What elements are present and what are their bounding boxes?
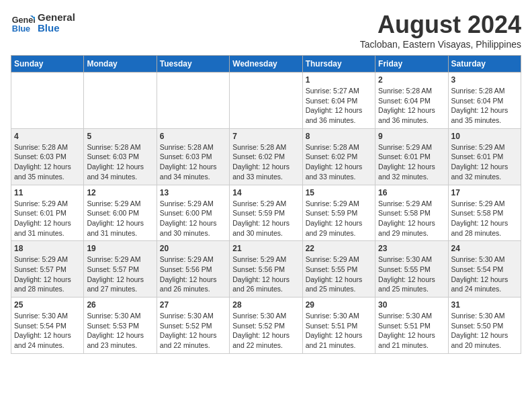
weekday-saturday: Saturday — [448, 56, 521, 73]
day-cell: 26Sunrise: 5:30 AMSunset: 5:53 PMDayligh… — [84, 298, 157, 354]
day-cell: 19Sunrise: 5:29 AMSunset: 5:57 PMDayligh… — [84, 241, 157, 298]
week-row-5: 25Sunrise: 5:30 AMSunset: 5:54 PMDayligh… — [11, 298, 521, 354]
day-info: Sunrise: 5:30 AMSunset: 5:50 PMDaylight:… — [451, 311, 518, 351]
logo-line2: Blue — [38, 23, 75, 34]
week-row-3: 11Sunrise: 5:29 AMSunset: 6:01 PMDayligh… — [11, 185, 521, 241]
day-number: 13 — [160, 188, 226, 197]
weekday-friday: Friday — [375, 56, 448, 73]
day-number: 10 — [451, 132, 518, 141]
day-info: Sunrise: 5:30 AMSunset: 5:54 PMDaylight:… — [451, 255, 518, 294]
day-info: Sunrise: 5:29 AMSunset: 5:57 PMDaylight:… — [87, 255, 153, 294]
day-cell: 29Sunrise: 5:30 AMSunset: 5:51 PMDayligh… — [302, 298, 375, 354]
day-cell: 1Sunrise: 5:27 AMSunset: 6:04 PMDaylight… — [302, 73, 375, 129]
day-cell: 4Sunrise: 5:28 AMSunset: 6:03 PMDaylight… — [11, 128, 84, 185]
day-cell: 12Sunrise: 5:29 AMSunset: 6:00 PMDayligh… — [84, 185, 157, 241]
day-cell: 9Sunrise: 5:29 AMSunset: 6:01 PMDaylight… — [375, 128, 448, 185]
day-number: 14 — [232, 188, 299, 197]
day-info: Sunrise: 5:28 AMSunset: 6:03 PMDaylight:… — [87, 142, 153, 182]
day-cell: 10Sunrise: 5:29 AMSunset: 6:01 PMDayligh… — [448, 128, 521, 185]
day-info: Sunrise: 5:27 AMSunset: 6:04 PMDaylight:… — [306, 86, 372, 126]
day-info: Sunrise: 5:30 AMSunset: 5:55 PMDaylight:… — [378, 255, 445, 294]
day-number: 28 — [232, 300, 299, 310]
day-cell: 20Sunrise: 5:29 AMSunset: 5:56 PMDayligh… — [157, 241, 229, 298]
day-info: Sunrise: 5:30 AMSunset: 5:52 PMDaylight:… — [160, 311, 226, 351]
day-number: 26 — [87, 300, 153, 310]
day-number: 22 — [306, 244, 372, 253]
day-cell: 7Sunrise: 5:28 AMSunset: 6:02 PMDaylight… — [230, 128, 302, 185]
day-info: Sunrise: 5:29 AMSunset: 6:01 PMDaylight:… — [451, 142, 518, 182]
title-section: August 2024 Tacloban, Eastern Visayas, P… — [360, 11, 521, 50]
day-number: 18 — [14, 244, 81, 253]
day-info: Sunrise: 5:29 AMSunset: 5:58 PMDaylight:… — [451, 199, 518, 238]
page-header: General Blue General Blue August 2024 Ta… — [11, 11, 521, 50]
day-info: Sunrise: 5:28 AMSunset: 6:03 PMDaylight:… — [14, 142, 81, 182]
day-cell: 21Sunrise: 5:29 AMSunset: 5:56 PMDayligh… — [230, 241, 302, 298]
day-number: 5 — [87, 132, 153, 141]
day-number: 24 — [451, 244, 518, 253]
day-number: 20 — [160, 244, 226, 253]
day-cell: 31Sunrise: 5:30 AMSunset: 5:50 PMDayligh… — [448, 298, 521, 354]
day-cell: 13Sunrise: 5:29 AMSunset: 6:00 PMDayligh… — [157, 185, 229, 241]
day-number: 9 — [378, 132, 445, 141]
calendar-table: SundayMondayTuesdayWednesdayThursdayFrid… — [11, 55, 521, 354]
day-cell: 3Sunrise: 5:28 AMSunset: 6:04 PMDaylight… — [448, 73, 521, 129]
day-number: 16 — [378, 188, 445, 197]
day-cell — [11, 73, 84, 129]
week-row-1: 1Sunrise: 5:27 AMSunset: 6:04 PMDaylight… — [11, 73, 521, 129]
day-info: Sunrise: 5:29 AMSunset: 6:00 PMDaylight:… — [160, 199, 226, 238]
day-number: 8 — [306, 132, 372, 141]
day-number: 12 — [87, 188, 153, 197]
day-number: 2 — [378, 75, 445, 85]
day-number: 31 — [451, 300, 518, 310]
location: Tacloban, Eastern Visayas, Philippines — [360, 39, 521, 50]
weekday-thursday: Thursday — [302, 56, 375, 73]
day-cell: 18Sunrise: 5:29 AMSunset: 5:57 PMDayligh… — [11, 241, 84, 298]
weekday-wednesday: Wednesday — [230, 56, 302, 73]
svg-text:Blue: Blue — [12, 24, 30, 34]
day-info: Sunrise: 5:30 AMSunset: 5:54 PMDaylight:… — [14, 311, 81, 351]
month-year: August 2024 — [360, 11, 521, 39]
logo: General Blue General Blue — [11, 11, 75, 35]
logo-line1: General — [38, 12, 75, 24]
day-info: Sunrise: 5:29 AMSunset: 5:59 PMDaylight:… — [232, 199, 299, 238]
day-info: Sunrise: 5:29 AMSunset: 5:56 PMDaylight:… — [232, 255, 299, 294]
day-info: Sunrise: 5:29 AMSunset: 5:57 PMDaylight:… — [14, 255, 81, 294]
day-number: 29 — [306, 300, 372, 310]
day-cell: 8Sunrise: 5:28 AMSunset: 6:02 PMDaylight… — [302, 128, 375, 185]
day-number: 21 — [232, 244, 299, 253]
logo-icon: General Blue — [11, 11, 35, 35]
day-info: Sunrise: 5:28 AMSunset: 6:04 PMDaylight:… — [378, 86, 445, 126]
day-info: Sunrise: 5:30 AMSunset: 5:53 PMDaylight:… — [87, 311, 153, 351]
day-cell: 23Sunrise: 5:30 AMSunset: 5:55 PMDayligh… — [375, 241, 448, 298]
day-info: Sunrise: 5:29 AMSunset: 5:58 PMDaylight:… — [378, 199, 445, 238]
day-number: 19 — [87, 244, 153, 253]
day-cell: 17Sunrise: 5:29 AMSunset: 5:58 PMDayligh… — [448, 185, 521, 241]
day-cell — [84, 73, 157, 129]
day-number: 30 — [378, 300, 445, 310]
day-info: Sunrise: 5:29 AMSunset: 5:55 PMDaylight:… — [306, 255, 372, 294]
day-number: 1 — [306, 75, 372, 85]
day-info: Sunrise: 5:28 AMSunset: 6:04 PMDaylight:… — [451, 86, 518, 126]
day-cell: 14Sunrise: 5:29 AMSunset: 5:59 PMDayligh… — [230, 185, 302, 241]
day-cell: 25Sunrise: 5:30 AMSunset: 5:54 PMDayligh… — [11, 298, 84, 354]
day-cell: 11Sunrise: 5:29 AMSunset: 6:01 PMDayligh… — [11, 185, 84, 241]
day-info: Sunrise: 5:29 AMSunset: 6:01 PMDaylight:… — [14, 199, 81, 238]
day-info: Sunrise: 5:30 AMSunset: 5:51 PMDaylight:… — [306, 311, 372, 351]
day-number: 15 — [306, 188, 372, 197]
day-info: Sunrise: 5:29 AMSunset: 5:56 PMDaylight:… — [160, 255, 226, 294]
calendar-body: 1Sunrise: 5:27 AMSunset: 6:04 PMDaylight… — [11, 73, 521, 354]
week-row-4: 18Sunrise: 5:29 AMSunset: 5:57 PMDayligh… — [11, 241, 521, 298]
day-info: Sunrise: 5:29 AMSunset: 6:00 PMDaylight:… — [87, 199, 153, 238]
day-cell: 2Sunrise: 5:28 AMSunset: 6:04 PMDaylight… — [375, 73, 448, 129]
weekday-tuesday: Tuesday — [157, 56, 229, 73]
day-info: Sunrise: 5:28 AMSunset: 6:02 PMDaylight:… — [306, 142, 372, 182]
day-cell: 6Sunrise: 5:28 AMSunset: 6:03 PMDaylight… — [157, 128, 229, 185]
day-cell: 22Sunrise: 5:29 AMSunset: 5:55 PMDayligh… — [302, 241, 375, 298]
day-cell: 15Sunrise: 5:29 AMSunset: 5:59 PMDayligh… — [302, 185, 375, 241]
weekday-header-row: SundayMondayTuesdayWednesdayThursdayFrid… — [11, 56, 521, 73]
day-info: Sunrise: 5:30 AMSunset: 5:51 PMDaylight:… — [378, 311, 445, 351]
day-cell — [157, 73, 229, 129]
day-number: 3 — [451, 75, 518, 85]
day-info: Sunrise: 5:30 AMSunset: 5:52 PMDaylight:… — [232, 311, 299, 351]
day-number: 27 — [160, 300, 226, 310]
